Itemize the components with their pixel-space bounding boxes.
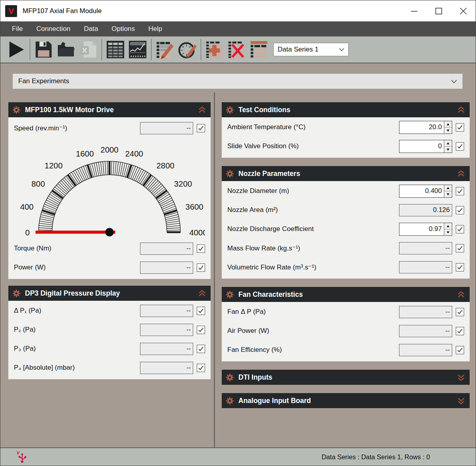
panel-test-header[interactable]: Test Conditions	[222, 102, 470, 117]
gear-icon	[12, 289, 21, 298]
collapse-up-icon[interactable]	[457, 170, 465, 177]
air-power-label: Air Power (W)	[227, 327, 399, 335]
p2-log-checkbox[interactable]	[197, 326, 205, 334]
experiment-selector-value: Fan Experiments	[18, 77, 69, 85]
volumetric-flow-label: Volumetric Flow Rate (m³.s⁻¹)	[227, 263, 399, 271]
edit-displays-button[interactable]	[176, 38, 198, 61]
fan-efficiency-log-checkbox[interactable]	[456, 346, 464, 354]
gear-icon	[226, 170, 234, 178]
spin-down-button[interactable]	[444, 128, 452, 134]
collapse-up-icon[interactable]	[457, 107, 465, 113]
add-data-series-button[interactable]	[203, 38, 226, 61]
field-row: Δ P₁ (Pa) --	[14, 301, 205, 320]
speed-display: --	[140, 122, 193, 134]
field-row: P₄ [Absolute] (mbar) --	[14, 358, 205, 377]
dp1-log-checkbox[interactable]	[197, 307, 205, 315]
panel-dti-header[interactable]: DTI Inputs	[222, 370, 470, 385]
graph-view-button[interactable]	[127, 38, 149, 61]
panel-dp3-header[interactable]: DP3 Digital Pressure Display	[8, 286, 211, 301]
mass-flow-log-checkbox[interactable]	[456, 244, 464, 252]
panel-title: DP3 Digital Pressure Display	[25, 289, 120, 298]
panel-motor-header[interactable]: MFP100 1.5kW Motor Drive	[8, 102, 211, 117]
svg-text:3200: 3200	[174, 180, 192, 188]
data-series-selector[interactable]: Data Series 1	[273, 43, 349, 56]
fan-efficiency-display: --	[399, 344, 452, 356]
toolbar-separator	[102, 39, 102, 60]
power-log-checkbox[interactable]	[197, 264, 205, 272]
ambient-temp-label: Ambient Temperature (°C)	[227, 123, 399, 131]
export-excel-button[interactable]	[77, 38, 99, 61]
p2-display: --	[140, 324, 193, 336]
play-button[interactable]	[5, 38, 27, 61]
menu-options[interactable]: Options	[105, 21, 142, 36]
power-display: --	[140, 262, 193, 274]
open-button[interactable]	[55, 38, 77, 61]
speed-log-checkbox[interactable]	[197, 124, 205, 132]
ambient-temp-input[interactable]: 20.0	[399, 121, 452, 134]
discharge-coeff-log-checkbox[interactable]	[456, 225, 464, 233]
collapse-up-icon[interactable]	[457, 291, 465, 298]
menu-file[interactable]: File	[5, 21, 29, 36]
spin-up-button[interactable]	[444, 140, 452, 147]
fan-dp-label: Fan Δ P (Pa)	[227, 308, 399, 316]
field-row: Fan Δ P (Pa) --	[227, 302, 464, 321]
speed-label: Speed (rev.min⁻¹)	[14, 124, 140, 132]
p4-log-checkbox[interactable]	[197, 364, 205, 372]
panel-fan-header[interactable]: Fan Characteristics	[222, 287, 470, 302]
slide-valve-log-checkbox[interactable]	[456, 142, 464, 151]
nozzle-diameter-log-checkbox[interactable]	[456, 187, 464, 195]
chevron-down-icon	[451, 80, 457, 83]
data-series-columns-button[interactable]	[248, 38, 270, 61]
title-bar: V MFP107 Axial Fan Module	[0, 0, 476, 21]
discharge-coeff-input[interactable]: 0.97	[399, 223, 452, 236]
panel-title: MFP100 1.5kW Motor Drive	[25, 106, 114, 114]
maximize-button[interactable]	[426, 0, 451, 21]
torque-label: Torque (Nm)	[14, 244, 140, 252]
dp1-label: Δ P₁ (Pa)	[14, 307, 140, 315]
torque-log-checkbox[interactable]	[197, 244, 205, 253]
spin-down-button[interactable]	[444, 191, 452, 197]
torque-display: --	[140, 243, 193, 255]
menu-help[interactable]: Help	[142, 21, 169, 36]
nozzle-area-label: Nozzle Area (m²)	[227, 206, 399, 214]
delete-data-series-button[interactable]	[226, 38, 248, 61]
fan-dp-log-checkbox[interactable]	[456, 308, 464, 316]
panel-title: Nozzle Parameters	[238, 170, 300, 178]
menu-bar: File Connection Data Options Help	[0, 21, 476, 36]
slide-valve-label: Slide Valve Position (%)	[227, 142, 399, 150]
p3-label: P₃ (Pa)	[14, 345, 140, 353]
spin-down-button[interactable]	[444, 229, 452, 235]
experiment-selector[interactable]: Fan Experiments	[12, 73, 463, 89]
panel-nozzle-header[interactable]: Nozzle Parameters	[222, 166, 470, 181]
panel-motor-drive: MFP100 1.5kW Motor Drive Speed (rev.min⁻…	[8, 102, 211, 279]
save-button[interactable]	[33, 38, 55, 61]
p3-log-checkbox[interactable]	[197, 345, 205, 353]
volumetric-flow-log-checkbox[interactable]	[456, 263, 464, 271]
gear-icon	[226, 397, 234, 405]
minimize-button[interactable]	[402, 0, 426, 21]
nozzle-diameter-input[interactable]: 0.400	[399, 185, 452, 198]
field-row: Torque (Nm) --	[14, 239, 205, 258]
menu-data[interactable]: Data	[77, 21, 105, 36]
menu-connection[interactable]: Connection	[29, 21, 77, 36]
slide-valve-input[interactable]: 0	[399, 140, 452, 153]
collapse-up-icon[interactable]	[198, 290, 206, 297]
table-view-button[interactable]	[104, 38, 127, 61]
collapse-up-icon[interactable]	[198, 107, 206, 113]
spin-up-button[interactable]	[444, 185, 452, 191]
spin-up-button[interactable]	[444, 223, 452, 229]
gear-icon	[226, 290, 234, 299]
close-button[interactable]	[451, 0, 476, 21]
edit-table-button[interactable]	[154, 38, 176, 61]
panel-fan-characteristics: Fan Characteristics Fan Δ P (Pa) -- Air	[222, 287, 470, 361]
ambient-temp-log-checkbox[interactable]	[456, 123, 464, 132]
air-power-log-checkbox[interactable]	[456, 327, 464, 335]
panel-analogue-header[interactable]: Analogue Input Board	[222, 393, 470, 408]
field-row: P₃ (Pa) --	[14, 339, 205, 358]
spin-down-button[interactable]	[444, 147, 452, 153]
nozzle-area-log-checkbox[interactable]	[456, 206, 464, 214]
spin-up-button[interactable]	[444, 121, 452, 128]
expand-down-icon[interactable]	[457, 374, 465, 381]
field-row: Air Power (W) --	[227, 321, 464, 340]
expand-down-icon[interactable]	[457, 397, 465, 404]
